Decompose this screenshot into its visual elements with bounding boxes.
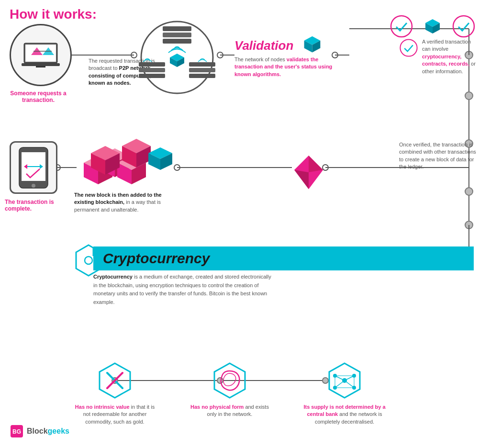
- svg-line-101: [335, 376, 345, 381]
- svg-marker-88: [309, 170, 323, 189]
- crypto-section: Cryptocurrency: [93, 246, 474, 270]
- logo-text: Blockgeeks: [27, 427, 69, 436]
- svg-line-104: [345, 381, 354, 388]
- crypto-title-bar: Cryptocurrency: [93, 246, 474, 270]
- svg-point-11: [465, 221, 473, 229]
- svg-point-90: [85, 257, 92, 264]
- laptop-icon: [10, 24, 72, 86]
- svg-rect-40: [163, 26, 191, 31]
- teal-cube-top: [423, 17, 442, 36]
- blockgeeks-logo: BG Blockgeeks: [10, 424, 69, 438]
- no-central-bank-label: Its supply is not determined by a centra…: [301, 403, 388, 426]
- complete-label: The transaction is complete.: [5, 199, 67, 212]
- check-icons-area: [390, 14, 476, 38]
- svg-rect-47: [139, 68, 165, 72]
- svg-rect-46: [139, 62, 165, 67]
- svg-marker-86: [309, 156, 323, 172]
- no-central-bank-item: Its supply is not determined by a centra…: [301, 361, 388, 426]
- no-intrinsic-value-item: Has no intrinsic value in that it is not…: [72, 361, 158, 426]
- network-icon-hex: [325, 361, 364, 400]
- svg-rect-49: [189, 62, 215, 67]
- svg-rect-51: [189, 74, 215, 78]
- verified-section: A verified transaction can involve crypt…: [399, 38, 480, 75]
- verified-check-icon: [399, 38, 418, 57]
- bottom-icons-row: Has no intrinsic value in that it is not…: [72, 361, 388, 426]
- crypto-title: Cryptocurrency: [103, 250, 210, 266]
- blockchain-blocks: [77, 129, 172, 191]
- network-nodes: [129, 19, 215, 96]
- svg-rect-50: [189, 68, 215, 72]
- phone-icon: [10, 141, 57, 194]
- check-icon-2: [452, 14, 476, 38]
- svg-marker-87: [294, 170, 309, 189]
- diamond-icon: [292, 153, 325, 193]
- svg-point-60: [400, 39, 417, 56]
- svg-rect-42: [163, 39, 191, 44]
- no-intrinsic-value-label: Has no intrinsic value in that it is not…: [72, 403, 158, 426]
- svg-rect-48: [139, 74, 165, 78]
- no-physical-form-label: Has no physical form and exists only in …: [187, 403, 273, 418]
- page-title: How it works:: [10, 7, 97, 22]
- validation-description: The network of nodes validates the trans…: [234, 56, 335, 78]
- svg-point-8: [465, 92, 473, 100]
- svg-rect-37: [22, 63, 60, 66]
- svg-point-63: [32, 184, 35, 188]
- svg-point-10: [465, 188, 473, 195]
- svg-rect-38: [36, 66, 45, 67]
- svg-point-52: [391, 16, 412, 37]
- chain-description: Once verified, the transaction is combin…: [399, 141, 480, 171]
- teal-cube-validation: [301, 34, 323, 57]
- blockchain-description: The new block is then added to the exist…: [74, 191, 179, 213]
- check-icon-1: [390, 14, 413, 38]
- svg-line-102: [345, 376, 354, 381]
- logo-icon: BG: [10, 424, 24, 438]
- svg-line-103: [335, 381, 345, 388]
- svg-point-56: [453, 16, 474, 37]
- svg-rect-41: [163, 33, 191, 37]
- svg-text:BG: BG: [12, 428, 21, 435]
- x-icon-hex: [96, 361, 134, 400]
- svg-marker-94: [214, 363, 245, 398]
- crypto-description: Cryptocurrency is a medium of exchange, …: [93, 273, 275, 306]
- no-physical-form-item: Has no physical form and exists only in …: [187, 361, 273, 426]
- blob-icon-hex: [211, 361, 249, 400]
- laptop-label: Someone requests a transaction.: [5, 90, 72, 103]
- verified-description: A verified transaction can involve crypt…: [422, 38, 480, 75]
